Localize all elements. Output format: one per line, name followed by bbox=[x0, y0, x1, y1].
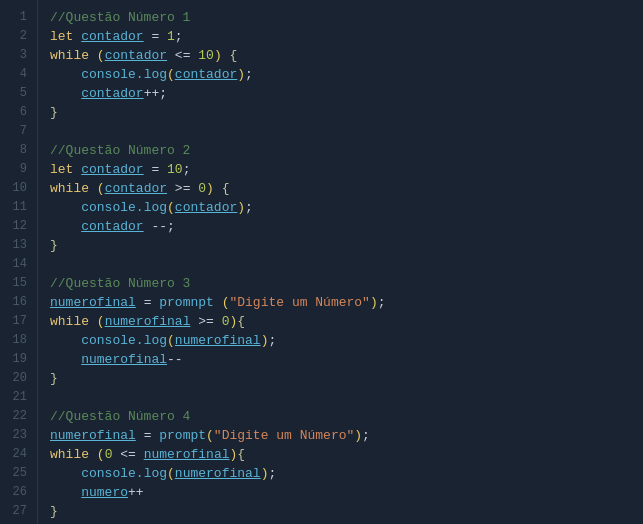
code-line: while (0 <= numerofinal){ bbox=[50, 445, 643, 464]
plain-token: -- bbox=[167, 352, 183, 367]
fn-token: promnpt bbox=[159, 295, 214, 310]
variable-token: numerofinal bbox=[175, 466, 261, 481]
plain-token: ++; bbox=[144, 86, 167, 101]
line-number: 25 bbox=[0, 464, 27, 483]
plain-token: <= bbox=[167, 48, 198, 63]
line-number: 2 bbox=[0, 27, 27, 46]
code-line: contador --; bbox=[50, 217, 643, 236]
line-number: 3 bbox=[0, 46, 27, 65]
line-number: 14 bbox=[0, 255, 27, 274]
code-line: console.log(contador); bbox=[50, 198, 643, 217]
plain-token bbox=[89, 447, 97, 462]
variable-token: contador bbox=[81, 29, 143, 44]
fn-token: console.log bbox=[81, 200, 167, 215]
line-number: 20 bbox=[0, 369, 27, 388]
line-number: 27 bbox=[0, 502, 27, 521]
paren-token: ( bbox=[167, 67, 175, 82]
code-line: //Questão Número 4 bbox=[50, 407, 643, 426]
paren-token: ) bbox=[370, 295, 378, 310]
variable-token: numerofinal bbox=[144, 447, 230, 462]
code-line: //Questão Número 2 bbox=[50, 141, 643, 160]
code-line: } bbox=[50, 236, 643, 255]
line-number: 7 bbox=[0, 122, 27, 141]
number-token: 0 bbox=[222, 314, 230, 329]
comment-token: //Questão Número 4 bbox=[50, 409, 190, 424]
keyword-token: while bbox=[50, 314, 89, 329]
paren-token: ) bbox=[261, 333, 269, 348]
code-line: } bbox=[50, 502, 643, 521]
code-line: } bbox=[50, 103, 643, 122]
bracket-token: } bbox=[50, 105, 58, 120]
comment-token: //Questão Número 1 bbox=[50, 10, 190, 25]
line-number: 24 bbox=[0, 445, 27, 464]
variable-token: numerofinal bbox=[105, 314, 191, 329]
plain-token bbox=[50, 466, 81, 481]
line-number: 17 bbox=[0, 312, 27, 331]
variable-token: contador bbox=[81, 86, 143, 101]
plain-token: ; bbox=[245, 67, 253, 82]
plain-token: = bbox=[136, 295, 159, 310]
variable-token: contador bbox=[175, 200, 237, 215]
code-line: numerofinal = promnpt ("Digite um Número… bbox=[50, 293, 643, 312]
plain-token: ; bbox=[378, 295, 386, 310]
keyword-token: while bbox=[50, 447, 89, 462]
code-line: contador++; bbox=[50, 84, 643, 103]
comment-token: //Questão Número 2 bbox=[50, 143, 190, 158]
variable-token: numerofinal bbox=[81, 352, 167, 367]
plain-token: >= bbox=[167, 181, 198, 196]
code-line bbox=[50, 122, 643, 141]
variable-token: contador bbox=[105, 181, 167, 196]
plain-token bbox=[50, 333, 81, 348]
paren-token: ( bbox=[97, 314, 105, 329]
keyword-token: while bbox=[50, 48, 89, 63]
paren-token: ) bbox=[354, 428, 362, 443]
code-line: numero++ bbox=[50, 483, 643, 502]
plain-token: <= bbox=[112, 447, 143, 462]
code-line: console.log(contador); bbox=[50, 65, 643, 84]
plain-token: = bbox=[144, 29, 167, 44]
plain-token bbox=[89, 181, 97, 196]
plain-token: ; bbox=[183, 162, 191, 177]
plain-token: ; bbox=[175, 29, 183, 44]
comment-token: //Questão Número 3 bbox=[50, 276, 190, 291]
bracket-token: { bbox=[237, 314, 245, 329]
paren-token: ) bbox=[214, 48, 222, 63]
line-number: 4 bbox=[0, 65, 27, 84]
plain-token: ; bbox=[362, 428, 370, 443]
paren-token: ( bbox=[97, 447, 105, 462]
variable-token: numerofinal bbox=[175, 333, 261, 348]
line-number: 12 bbox=[0, 217, 27, 236]
bracket-token: { bbox=[222, 181, 230, 196]
fn-token: console.log bbox=[81, 67, 167, 82]
code-line bbox=[50, 388, 643, 407]
paren-token: ( bbox=[97, 48, 105, 63]
number-token: 1 bbox=[167, 29, 175, 44]
bracket-token: } bbox=[50, 371, 58, 386]
variable-token: contador bbox=[175, 67, 237, 82]
plain-token: ; bbox=[245, 200, 253, 215]
keyword-token: let bbox=[50, 162, 73, 177]
line-number: 26 bbox=[0, 483, 27, 502]
paren-token: ( bbox=[167, 466, 175, 481]
keyword-token: let bbox=[50, 29, 73, 44]
variable-token: numero bbox=[81, 485, 128, 500]
code-line: numerofinal-- bbox=[50, 350, 643, 369]
bracket-token: { bbox=[237, 447, 245, 462]
code-area: //Questão Número 1let contador = 1;while… bbox=[38, 0, 643, 524]
fn-token: console.log bbox=[81, 333, 167, 348]
bracket-token: { bbox=[230, 48, 238, 63]
line-number: 10 bbox=[0, 179, 27, 198]
plain-token: = bbox=[136, 428, 159, 443]
bracket-token: } bbox=[50, 238, 58, 253]
number-token: 0 bbox=[198, 181, 206, 196]
code-line: //Questão Número 3 bbox=[50, 274, 643, 293]
fn-token: console.log bbox=[81, 466, 167, 481]
variable-token: contador bbox=[105, 48, 167, 63]
plain-token bbox=[214, 181, 222, 196]
bracket-token: } bbox=[50, 504, 58, 519]
code-line: let contador = 10; bbox=[50, 160, 643, 179]
line-number: 18 bbox=[0, 331, 27, 350]
plain-token: ; bbox=[269, 333, 277, 348]
line-number: 11 bbox=[0, 198, 27, 217]
line-number: 13 bbox=[0, 236, 27, 255]
